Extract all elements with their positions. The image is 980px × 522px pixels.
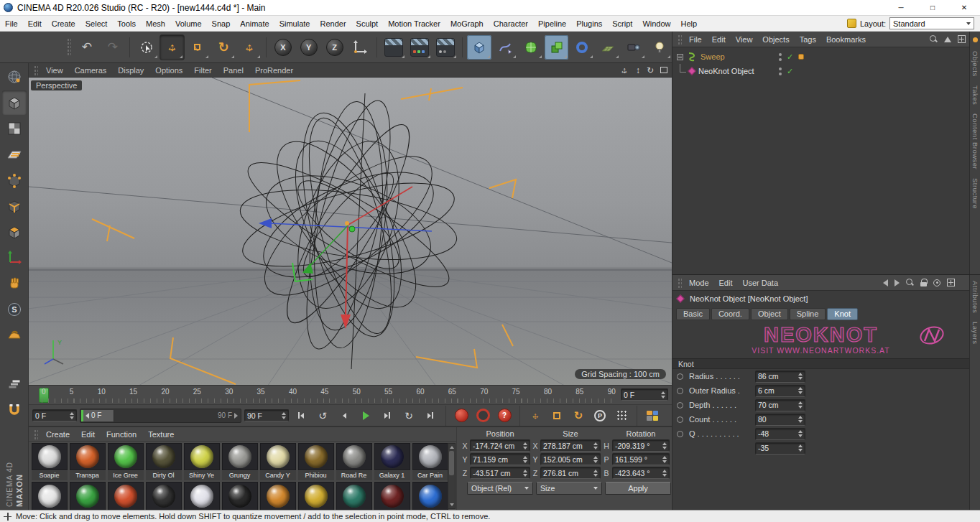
manager-side-tab[interactable]: Structure bbox=[971, 178, 979, 209]
customize-icon[interactable] bbox=[847, 19, 856, 28]
rotation-field[interactable]: -209.319 ° bbox=[612, 439, 670, 452]
material-item[interactable]: Transpa bbox=[68, 443, 106, 480]
key-scale-toggle[interactable] bbox=[547, 408, 566, 424]
object-manager-menu-item[interactable]: Bookmarks bbox=[821, 35, 871, 44]
menu-item[interactable]: Mesh bbox=[141, 16, 170, 31]
toggle-view-icon[interactable] bbox=[660, 67, 667, 73]
animation-dot-icon[interactable] bbox=[677, 388, 683, 394]
play-reverse-button[interactable]: ↺ bbox=[313, 408, 332, 424]
parameter-field[interactable]: 86 cm bbox=[755, 370, 805, 383]
material-thumbnail[interactable] bbox=[146, 482, 182, 510]
timeline-slider-handle[interactable]: 0 F bbox=[81, 410, 114, 421]
material-name[interactable]: Phibiou bbox=[298, 471, 334, 480]
pan-view-icon[interactable]: ↔↕ bbox=[619, 65, 629, 75]
add-panel-icon[interactable] bbox=[947, 279, 955, 286]
material-grip[interactable] bbox=[34, 429, 38, 439]
add-spline-pen-button[interactable] bbox=[493, 35, 517, 60]
menu-item[interactable]: Volume bbox=[170, 16, 207, 31]
search-icon[interactable] bbox=[930, 35, 938, 43]
search-icon[interactable] bbox=[906, 279, 914, 286]
coordinate-mode-dropdown[interactable]: Object (Rel) bbox=[467, 482, 533, 495]
material-thumbnail[interactable] bbox=[298, 482, 334, 510]
viewport-canvas[interactable]: Y Perspective Grid Spacing : 100 cm bbox=[29, 78, 672, 385]
viewport-menu-item[interactable]: Filter bbox=[188, 66, 217, 75]
focus-icon[interactable] bbox=[933, 279, 940, 286]
manager-side-tab[interactable]: Objects bbox=[971, 51, 979, 77]
manager-side-tab[interactable]: Content Browser bbox=[971, 113, 979, 169]
viewport-menu-item[interactable]: Options bbox=[149, 66, 188, 75]
material-item[interactable] bbox=[411, 482, 449, 510]
material-item[interactable] bbox=[259, 482, 297, 510]
material-item[interactable] bbox=[68, 482, 106, 510]
material-thumbnail[interactable] bbox=[32, 443, 68, 470]
material-item[interactable]: Soapie bbox=[30, 443, 68, 480]
home-icon[interactable] bbox=[944, 37, 951, 42]
goto-start-button[interactable] bbox=[292, 408, 310, 424]
layout-dropdown[interactable]: Standard bbox=[889, 17, 974, 29]
layers-button[interactable] bbox=[2, 372, 27, 396]
material-thumbnail[interactable] bbox=[184, 482, 220, 510]
attribute-side-tab[interactable]: Attributes bbox=[971, 281, 979, 313]
attribute-grip[interactable] bbox=[678, 278, 682, 288]
material-name[interactable]: Dirty Ol bbox=[146, 471, 182, 480]
visibility-dots[interactable] bbox=[779, 67, 782, 75]
end-frame-field[interactable]: 90 F bbox=[244, 409, 289, 421]
add-cube-button[interactable] bbox=[467, 35, 491, 60]
size-field[interactable]: 152.005 cm bbox=[540, 453, 601, 465]
keying-settings-button[interactable] bbox=[643, 408, 662, 424]
texture-mode-button[interactable] bbox=[2, 116, 27, 141]
knot-section-header[interactable]: Knot bbox=[672, 358, 969, 369]
orbit-view-icon[interactable]: ↻ bbox=[647, 66, 654, 75]
object-manager-menu-item[interactable]: Edit bbox=[707, 35, 731, 44]
object-manager-grip[interactable] bbox=[678, 34, 682, 45]
magnet-button[interactable] bbox=[2, 398, 27, 422]
object-manager-menu-item[interactable]: View bbox=[731, 35, 758, 44]
model-mode-button[interactable] bbox=[2, 90, 27, 115]
menu-item[interactable]: Character bbox=[489, 16, 533, 31]
render-view-button[interactable] bbox=[382, 35, 406, 60]
redo-button[interactable]: ↷ bbox=[101, 35, 125, 60]
object-manager-menu-item[interactable]: File bbox=[684, 35, 707, 44]
material-menu-item[interactable]: Edit bbox=[75, 430, 101, 439]
animation-dot-icon[interactable] bbox=[677, 373, 683, 380]
apply-button[interactable]: Apply bbox=[605, 482, 671, 495]
menu-item[interactable]: Window bbox=[637, 16, 675, 31]
attribute-menu-item[interactable]: Mode bbox=[684, 279, 714, 287]
menu-item[interactable]: Plugins bbox=[571, 16, 607, 31]
material-thumbnail[interactable] bbox=[222, 443, 258, 470]
material-thumbnail[interactable] bbox=[374, 443, 410, 470]
timeline-slider[interactable]: 0 F 90 F bbox=[80, 409, 241, 423]
enable-axis-button[interactable] bbox=[2, 246, 27, 270]
loop-button[interactable]: ↻ bbox=[399, 408, 418, 424]
material-thumbnail[interactable] bbox=[412, 482, 448, 510]
add-instance-button[interactable] bbox=[545, 35, 569, 60]
object-manager-menu-item[interactable]: Objects bbox=[757, 35, 794, 44]
material-thumbnail[interactable] bbox=[108, 443, 144, 470]
animation-dot-icon[interactable] bbox=[677, 416, 683, 423]
tweak-mode-button[interactable] bbox=[2, 271, 27, 296]
coordinate-system-button[interactable] bbox=[348, 35, 373, 60]
convert-button[interactable] bbox=[2, 65, 27, 89]
material-thumbnail[interactable] bbox=[260, 482, 296, 510]
material-name[interactable]: Candy Y bbox=[260, 471, 296, 480]
material-item[interactable] bbox=[221, 482, 259, 510]
material-item[interactable]: Road Re bbox=[335, 443, 373, 480]
menu-item[interactable]: Create bbox=[47, 16, 80, 31]
tab-basic[interactable]: Basic bbox=[676, 308, 710, 320]
key-pla-toggle[interactable] bbox=[612, 408, 631, 424]
animation-dot-icon[interactable] bbox=[677, 402, 683, 409]
snap-button[interactable]: S bbox=[2, 297, 27, 322]
material-item[interactable]: Dirty Ol bbox=[144, 443, 182, 480]
material-item[interactable]: Galaxy 1 bbox=[373, 443, 411, 480]
add-floor-button[interactable] bbox=[596, 35, 620, 60]
position-field[interactable]: -43.517 cm bbox=[470, 467, 530, 479]
menu-item[interactable]: Sculpt bbox=[351, 16, 384, 31]
parameter-field[interactable]: 70 cm bbox=[755, 399, 805, 411]
timeline-ruler[interactable]: 051015202530354045505560657075808590 0 F bbox=[29, 385, 672, 405]
toolbar-grip[interactable] bbox=[67, 38, 71, 57]
decrement-icon[interactable] bbox=[661, 396, 665, 399]
viewport-menu-item[interactable]: Cameras bbox=[69, 66, 113, 75]
polygons-mode-button[interactable] bbox=[2, 220, 27, 244]
material-name[interactable]: Road Re bbox=[336, 471, 372, 480]
material-name[interactable]: Grungy bbox=[222, 471, 258, 480]
